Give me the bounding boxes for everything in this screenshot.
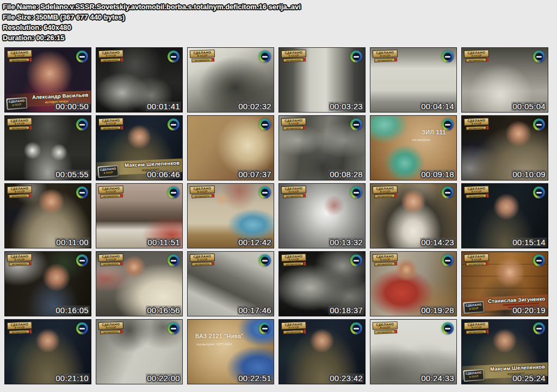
badge-strip-label: автомобили <box>377 263 392 266</box>
video-thumbnail: СДЕЛАНО в СССР автомобили 00:18:37 <box>278 251 366 316</box>
badge-strip: автомобили <box>466 329 486 334</box>
channel-logo-icon <box>259 51 271 63</box>
timestamp-label: 00:13:32 <box>329 238 364 247</box>
video-thumbnail: ЗИЛ 111 год выпуска: 00:09:18 <box>370 115 457 181</box>
sdelano-v-sssr-badge-icon: СДЕЛАНО в СССР автомобили <box>373 49 398 63</box>
channel-logo-icon <box>259 119 271 130</box>
badge-strip: автомобили <box>9 126 29 130</box>
car-sub-label: год выпуска: <box>412 138 431 141</box>
video-thumbnail: СДЕЛАНО в СССР автомобили 00:10:09 <box>461 115 548 181</box>
channel-logo-center <box>352 325 360 332</box>
badge-plate: СДЕЛАНО в СССР <box>98 321 123 330</box>
badge-plate: СДЕЛАНО в СССР <box>7 49 32 58</box>
channel-logo-icon <box>350 322 362 334</box>
badge-plate: СДЕЛАНО в СССР <box>464 117 489 126</box>
channel-logo-center <box>78 53 86 60</box>
timestamp-label: 00:05:04 <box>511 102 547 111</box>
badge-strip: автомобили <box>466 262 486 266</box>
timestamp-label: 00:03:23 <box>329 102 364 111</box>
timestamp-label: 00:24:33 <box>420 374 455 383</box>
video-thumbnail: СДЕЛАНО в СССР автомобили 00:12:42 <box>187 183 274 248</box>
sdelano-v-sssr-badge-icon: СДЕЛАНО в СССР автомобили <box>98 117 124 130</box>
sdelano-v-sssr-badge-icon: СДЕЛАНО в СССР автомобили <box>7 253 33 266</box>
badge-strip: автомобили <box>100 126 121 130</box>
channel-logo-icon <box>533 322 545 334</box>
badge-strip-label: автомобили <box>12 195 27 198</box>
badge-plate: СДЕЛАНО в СССР <box>98 253 123 262</box>
channel-logo-center <box>535 325 543 332</box>
file-size-line: File Size: 350MB (367 677 440 bytes) <box>3 12 301 22</box>
timestamp-label: 00:22:00 <box>146 374 181 383</box>
badge-strip-label: автомобили <box>103 127 118 130</box>
video-thumbnail: СДЕЛАНО в СССР автомобили СДЕЛАНО в СССР… <box>96 115 183 181</box>
channel-logo-icon <box>168 254 180 266</box>
video-thumbnail: СДЕЛАНО в СССР автомобили 00:14:23 <box>370 183 457 248</box>
badge-strip-label: автомобили <box>286 331 301 334</box>
timestamp-label: 00:16:05 <box>54 306 90 315</box>
badge-strip-label: автомобили <box>469 195 484 198</box>
badge-plate: СДЕЛАНО в СССР <box>98 49 123 58</box>
video-thumbnail: СДЕЛАНО в СССР автомобили СДЕЛАНО в СССР… <box>461 319 548 384</box>
video-thumbnail: СДЕЛАНО в СССР автомобили 00:04:14 <box>370 47 457 113</box>
timestamp-label: 00:23:42 <box>329 374 364 383</box>
video-thumbnail: СДЕЛАНО в СССР автомобили 00:13:32 <box>278 183 366 248</box>
badge-plate: СДЕЛАНО в СССР <box>7 185 32 194</box>
badge-strip: автомобили <box>374 262 395 266</box>
channel-logo-icon <box>168 51 180 63</box>
channel-logo-center <box>261 53 269 60</box>
contact-sheet: { "page": { "background": "#e9e9e9" }, "… <box>0 0 557 392</box>
badge-plate: СДЕЛАНО в СССР <box>190 253 215 262</box>
badge-plate: СДЕЛАНО в СССР <box>190 49 215 58</box>
video-thumbnail: СДЕЛАНО в СССР автомобили 00:17:46 <box>187 251 274 316</box>
badge-plate: СДЕЛАНО в СССР <box>373 185 398 194</box>
sdelano-v-sssr-badge-icon: СДЕЛАНО в СССР автомобили <box>281 321 307 334</box>
timestamp-label: 00:11:51 <box>146 238 181 247</box>
badge-strip: автомобили <box>283 126 304 130</box>
badge-strip-label: автомобили <box>377 195 392 198</box>
timestamp-label: 00:06:46 <box>146 170 181 179</box>
badge-plate: СДЕЛАНО в СССР <box>7 321 32 330</box>
channel-logo-center <box>444 325 451 332</box>
emblem-plate: СДЕЛАНО в СССР <box>7 98 26 109</box>
sdelano-v-sssr-badge-icon: СДЕЛАНО в СССР автомобили <box>281 49 307 63</box>
badge-strip: автомобили <box>466 194 486 198</box>
car-title-label: ЗИЛ 111 <box>422 129 446 135</box>
timestamp-label: 00:14:23 <box>420 238 455 247</box>
sdelano-v-sssr-badge-icon: СДЕЛАНО в СССР автомобили <box>7 117 33 130</box>
badge-plate: СДЕЛАНО в СССР <box>373 253 398 262</box>
video-thumbnail: СДЕЛАНО в СССР автомобили 00:23:42 <box>278 319 366 384</box>
channel-logo-center <box>170 257 177 264</box>
channel-logo-icon <box>442 51 454 63</box>
sdelano-v-sssr-badge-icon: СДЕЛАНО в СССР автомобили <box>7 49 33 63</box>
badge-strip-label: автомобили <box>469 331 484 334</box>
channel-logo-center <box>78 325 86 332</box>
sdelano-v-sssr-badge-icon: СДЕЛАНО в СССР автомобили <box>281 253 307 266</box>
badge-strip: автомобили <box>9 329 29 334</box>
file-info-header: File Name: Sdelano.v.SSSR.Sovetskiy.avto… <box>3 2 301 43</box>
badge-plate: СДЕЛАНО в СССР <box>7 117 32 126</box>
sdelano-v-sssr-badge-icon: СДЕЛАНО в СССР автомобили <box>464 117 490 130</box>
channel-logo-center <box>444 189 451 196</box>
badge-strip-label: автомобили <box>195 263 209 266</box>
timestamp-label: 00:07:37 <box>237 170 273 179</box>
badge-plate: СДЕЛАНО в СССР <box>281 49 306 58</box>
channel-logo-center <box>444 121 451 128</box>
badge-strip-label: автомобили <box>12 127 27 130</box>
sdelano-v-sssr-badge-icon: СДЕЛАНО в СССР автомобили <box>98 321 124 334</box>
badge-strip: автомобили <box>100 262 121 266</box>
badge-strip: автомобили <box>283 194 304 198</box>
badge-strip-label: автомобили <box>195 59 209 62</box>
channel-logo-icon <box>76 119 88 130</box>
timestamp-label: 00:25:24 <box>511 374 547 383</box>
badge-strip-label: автомобили <box>103 59 118 62</box>
badge-plate: СДЕЛАНО в СССР <box>373 49 398 58</box>
sdelano-v-sssr-badge-icon: СДЕЛАНО в СССР автомобили <box>7 185 33 198</box>
timestamp-label: 00:09:18 <box>420 170 455 179</box>
badge-strip-label: автомобили <box>286 59 301 62</box>
channel-logo-icon <box>442 254 454 266</box>
channel-logo-center <box>444 53 451 60</box>
sdelano-v-sssr-badge-icon: СДЕЛАНО в СССР автомобили <box>373 185 398 198</box>
timestamp-label: 00:02:32 <box>237 102 273 111</box>
video-thumbnail: СДЕЛАНО в СССР автомобили СДЕЛАНО в СССР… <box>461 251 548 316</box>
resolution-line: Resolution: 640x480 <box>3 22 301 33</box>
